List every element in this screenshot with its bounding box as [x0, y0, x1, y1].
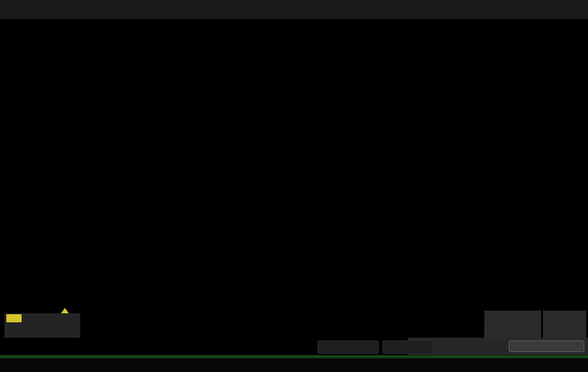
channel-descriptor-c1[interactable] [5, 313, 80, 338]
timebase-descriptor[interactable] [484, 311, 541, 339]
empty-button-slot [382, 340, 433, 354]
low-speed-serial-button[interactable] [509, 340, 584, 352]
channel-badge [6, 314, 22, 322]
trigger-descriptor[interactable] [543, 311, 586, 339]
empty-button-slot [317, 340, 379, 354]
status-bar [0, 358, 588, 372]
teledyne-lecroy-logo [5, 361, 8, 370]
oscilloscope-screen [0, 0, 588, 372]
